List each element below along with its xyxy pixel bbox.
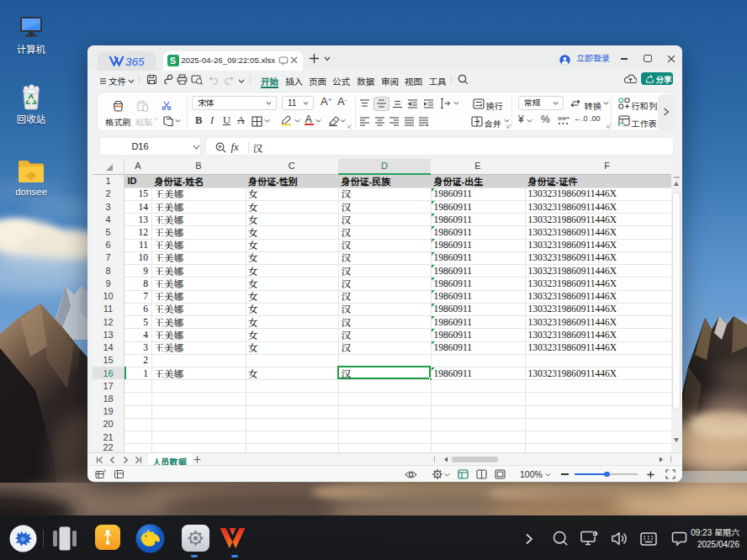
svg-text:365: 365	[125, 55, 145, 66]
